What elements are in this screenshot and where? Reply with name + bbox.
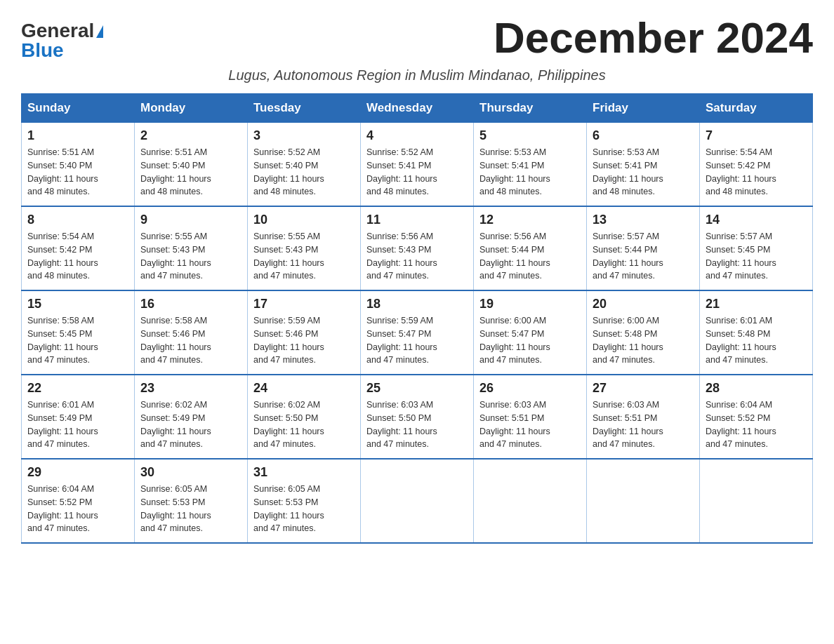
calendar-cell: 2Sunrise: 5:51 AMSunset: 5:40 PMDaylight… (135, 123, 248, 207)
calendar-cell: 19Sunrise: 6:00 AMSunset: 5:47 PMDayligh… (474, 290, 587, 375)
day-info: Sunrise: 6:03 AMSunset: 5:51 PMDaylight:… (479, 398, 581, 451)
day-number: 9 (140, 213, 241, 227)
calendar-cell: 5Sunrise: 5:53 AMSunset: 5:41 PMDaylight… (474, 123, 587, 207)
day-info: Sunrise: 6:05 AMSunset: 5:53 PMDaylight:… (253, 483, 355, 535)
day-info: Sunrise: 6:01 AMSunset: 5:48 PMDaylight:… (706, 314, 807, 367)
header-friday: Friday (587, 94, 700, 123)
day-info: Sunrise: 5:57 AMSunset: 5:44 PMDaylight:… (593, 230, 694, 283)
day-info: Sunrise: 5:54 AMSunset: 5:42 PMDaylight:… (27, 230, 128, 283)
subtitle: Lugus, Autonomous Region in Muslim Minda… (21, 67, 813, 83)
page-header: General Blue December 2024 (21, 14, 813, 62)
calendar-cell: 13Sunrise: 5:57 AMSunset: 5:44 PMDayligh… (587, 206, 700, 290)
calendar-cell: 6Sunrise: 5:53 AMSunset: 5:41 PMDaylight… (587, 123, 700, 207)
calendar-cell: 27Sunrise: 6:03 AMSunset: 5:51 PMDayligh… (587, 375, 700, 459)
day-number: 23 (140, 381, 241, 396)
day-info: Sunrise: 5:51 AMSunset: 5:40 PMDaylight:… (27, 146, 128, 199)
logo-blue-text: Blue (21, 39, 64, 61)
calendar-cell: 17Sunrise: 5:59 AMSunset: 5:46 PMDayligh… (248, 290, 361, 375)
day-number: 22 (27, 381, 128, 396)
logo-general-line: General (21, 21, 103, 41)
calendar-cell: 24Sunrise: 6:02 AMSunset: 5:50 PMDayligh… (248, 375, 361, 459)
header-monday: Monday (135, 94, 248, 123)
calendar-cell: 1Sunrise: 5:51 AMSunset: 5:40 PMDaylight… (22, 123, 135, 207)
month-title: December 2024 (494, 14, 813, 62)
day-info: Sunrise: 6:02 AMSunset: 5:50 PMDaylight:… (253, 398, 355, 451)
calendar-cell: 11Sunrise: 5:56 AMSunset: 5:43 PMDayligh… (361, 206, 474, 290)
calendar-cell: 21Sunrise: 6:01 AMSunset: 5:48 PMDayligh… (700, 290, 813, 375)
day-info: Sunrise: 5:56 AMSunset: 5:44 PMDaylight:… (479, 230, 581, 283)
day-number: 31 (253, 465, 355, 480)
calendar-cell: 29Sunrise: 6:04 AMSunset: 5:52 PMDayligh… (22, 459, 135, 543)
day-number: 27 (593, 381, 694, 396)
calendar-cell: 9Sunrise: 5:55 AMSunset: 5:43 PMDaylight… (135, 206, 248, 290)
day-number: 4 (366, 128, 468, 143)
calendar-cell: 15Sunrise: 5:58 AMSunset: 5:45 PMDayligh… (22, 290, 135, 375)
calendar-cell: 31Sunrise: 6:05 AMSunset: 5:53 PMDayligh… (248, 459, 361, 543)
calendar-cell: 7Sunrise: 5:54 AMSunset: 5:42 PMDaylight… (700, 123, 813, 207)
day-number: 26 (479, 381, 581, 396)
day-info: Sunrise: 5:53 AMSunset: 5:41 PMDaylight:… (593, 146, 694, 199)
header-saturday: Saturday (700, 94, 813, 123)
day-number: 17 (253, 297, 355, 311)
day-number: 12 (479, 213, 581, 227)
calendar-cell: 8Sunrise: 5:54 AMSunset: 5:42 PMDaylight… (22, 206, 135, 290)
day-number: 13 (593, 213, 694, 227)
day-info: Sunrise: 6:01 AMSunset: 5:49 PMDaylight:… (27, 398, 128, 451)
day-info: Sunrise: 6:02 AMSunset: 5:49 PMDaylight:… (140, 398, 241, 451)
header-thursday: Thursday (474, 94, 587, 123)
day-number: 11 (366, 213, 468, 227)
calendar-header-row: SundayMondayTuesdayWednesdayThursdayFrid… (22, 94, 813, 123)
day-info: Sunrise: 6:04 AMSunset: 5:52 PMDaylight:… (706, 398, 807, 451)
calendar-cell (587, 459, 700, 543)
day-info: Sunrise: 6:00 AMSunset: 5:48 PMDaylight:… (593, 314, 694, 367)
header-sunday: Sunday (22, 94, 135, 123)
day-number: 19 (479, 297, 581, 311)
day-info: Sunrise: 5:51 AMSunset: 5:40 PMDaylight:… (140, 146, 241, 199)
day-number: 6 (593, 128, 694, 143)
day-number: 30 (140, 465, 241, 480)
calendar-cell: 18Sunrise: 5:59 AMSunset: 5:47 PMDayligh… (361, 290, 474, 375)
day-info: Sunrise: 6:03 AMSunset: 5:51 PMDaylight:… (593, 398, 694, 451)
day-info: Sunrise: 5:54 AMSunset: 5:42 PMDaylight:… (706, 146, 807, 199)
calendar-cell: 12Sunrise: 5:56 AMSunset: 5:44 PMDayligh… (474, 206, 587, 290)
calendar-table: SundayMondayTuesdayWednesdayThursdayFrid… (21, 93, 813, 544)
day-number: 1 (27, 128, 128, 143)
calendar-cell: 23Sunrise: 6:02 AMSunset: 5:49 PMDayligh… (135, 375, 248, 459)
calendar-cell (361, 459, 474, 543)
calendar-cell: 4Sunrise: 5:52 AMSunset: 5:41 PMDaylight… (361, 123, 474, 207)
day-number: 7 (706, 128, 807, 143)
calendar-cell: 16Sunrise: 5:58 AMSunset: 5:46 PMDayligh… (135, 290, 248, 375)
day-info: Sunrise: 5:55 AMSunset: 5:43 PMDaylight:… (253, 230, 355, 283)
day-number: 16 (140, 297, 241, 311)
logo-triangle-icon (96, 25, 103, 38)
calendar-cell: 26Sunrise: 6:03 AMSunset: 5:51 PMDayligh… (474, 375, 587, 459)
calendar-week-row: 15Sunrise: 5:58 AMSunset: 5:45 PMDayligh… (22, 290, 813, 375)
day-number: 2 (140, 128, 241, 143)
day-info: Sunrise: 6:04 AMSunset: 5:52 PMDaylight:… (27, 483, 128, 535)
day-info: Sunrise: 5:56 AMSunset: 5:43 PMDaylight:… (366, 230, 468, 283)
calendar-cell (474, 459, 587, 543)
header-tuesday: Tuesday (248, 94, 361, 123)
calendar-cell: 28Sunrise: 6:04 AMSunset: 5:52 PMDayligh… (700, 375, 813, 459)
calendar-week-row: 8Sunrise: 5:54 AMSunset: 5:42 PMDaylight… (22, 206, 813, 290)
day-number: 15 (27, 297, 128, 311)
day-info: Sunrise: 5:55 AMSunset: 5:43 PMDaylight:… (140, 230, 241, 283)
header-wednesday: Wednesday (361, 94, 474, 123)
day-number: 20 (593, 297, 694, 311)
day-number: 14 (706, 213, 807, 227)
calendar-cell: 20Sunrise: 6:00 AMSunset: 5:48 PMDayligh… (587, 290, 700, 375)
calendar-cell (700, 459, 813, 543)
logo: General Blue (21, 14, 103, 60)
calendar-cell: 25Sunrise: 6:03 AMSunset: 5:50 PMDayligh… (361, 375, 474, 459)
calendar-cell: 3Sunrise: 5:52 AMSunset: 5:40 PMDaylight… (248, 123, 361, 207)
day-info: Sunrise: 5:59 AMSunset: 5:46 PMDaylight:… (253, 314, 355, 367)
calendar-cell: 14Sunrise: 5:57 AMSunset: 5:45 PMDayligh… (700, 206, 813, 290)
calendar-cell: 22Sunrise: 6:01 AMSunset: 5:49 PMDayligh… (22, 375, 135, 459)
day-number: 18 (366, 297, 468, 311)
day-number: 24 (253, 381, 355, 396)
day-number: 3 (253, 128, 355, 143)
calendar-week-row: 22Sunrise: 6:01 AMSunset: 5:49 PMDayligh… (22, 375, 813, 459)
calendar-week-row: 1Sunrise: 5:51 AMSunset: 5:40 PMDaylight… (22, 123, 813, 207)
day-number: 5 (479, 128, 581, 143)
day-info: Sunrise: 5:58 AMSunset: 5:46 PMDaylight:… (140, 314, 241, 367)
